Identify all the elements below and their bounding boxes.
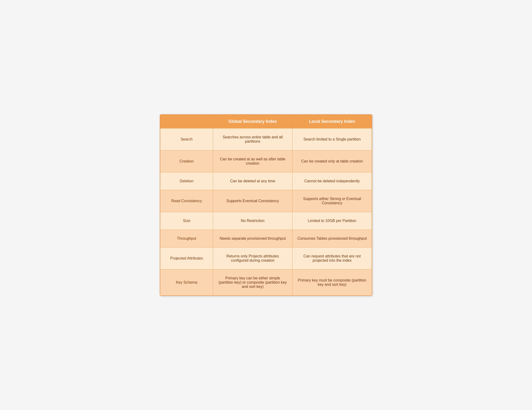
header-col3: Local Secondary Index	[293, 115, 372, 128]
table-row: Key SchemaPrimary key can be either simp…	[160, 269, 372, 295]
comparison-table: Global Secondary Index Local Secondary I…	[160, 114, 372, 296]
lsi-cell: Search limited to a Single partition	[293, 128, 372, 150]
table-header: Global Secondary Index Local Secondary I…	[160, 115, 372, 128]
lsi-cell: Limited to 10GB per Partition	[293, 212, 372, 230]
row-label: Throughput	[160, 230, 213, 247]
gsi-cell: Primary key can be either simple (partit…	[213, 270, 293, 295]
lsi-cell: Can be created only at table creation	[293, 150, 372, 172]
row-label: Projected Attributes	[160, 247, 213, 269]
table-row: DeletionCan be deleted at any timeCannot…	[160, 172, 372, 190]
row-label: Search	[160, 128, 213, 150]
gsi-cell: Returns only Projects attributes configu…	[213, 247, 293, 269]
table-row: Projected AttributesReturns only Project…	[160, 247, 372, 269]
table-row: ThroughputNeeds separate provisioned thr…	[160, 230, 372, 247]
table-row: SizeNo RestrictionLimited to 10GB per Pa…	[160, 212, 372, 230]
gsi-cell: Needs separate provisioned throughput	[213, 230, 293, 247]
gsi-cell: Can be created at as well as after table…	[213, 150, 293, 172]
table-row: CreationCan be created at as well as aft…	[160, 150, 372, 172]
header-col2: Global Secondary Index	[213, 115, 293, 128]
gsi-cell: Can be deleted at any time	[213, 172, 293, 190]
lsi-cell: Consumes Tables provisioned throughput	[293, 230, 372, 247]
gsi-cell: Searches across entire table and all par…	[213, 128, 293, 150]
table-body: SearchSearches across entire table and a…	[160, 128, 372, 295]
row-label: Creation	[160, 150, 213, 172]
header-col1	[160, 115, 213, 128]
table-row: Read ConsistencySupports Eventual Consis…	[160, 190, 372, 212]
lsi-cell: Primary key must be composite (partition…	[293, 270, 372, 295]
lsi-cell: Supports either Strong or Eventual Consi…	[293, 190, 372, 212]
row-label: Deletion	[160, 172, 213, 190]
gsi-cell: No Restriction	[213, 212, 293, 230]
lsi-cell: Cannot be deleted independently	[293, 172, 372, 190]
lsi-cell: Can request attributes that are not proj…	[293, 247, 372, 269]
table-row: SearchSearches across entire table and a…	[160, 128, 372, 150]
row-label: Key Schema	[160, 270, 213, 295]
row-label: Read Consistency	[160, 190, 213, 212]
gsi-cell: Supports Eventual Consistency	[213, 190, 293, 212]
row-label: Size	[160, 212, 213, 230]
